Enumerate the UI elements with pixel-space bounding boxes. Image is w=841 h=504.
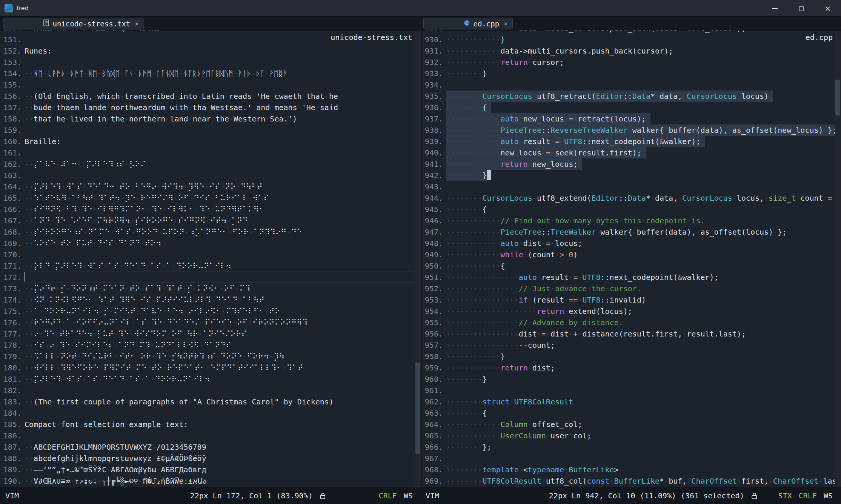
eol-indicator[interactable]: CRLF [379, 491, 397, 500]
left-scrollbar-thumb[interactable] [415, 363, 420, 454]
editor-line[interactable]: 170. [0, 249, 415, 260]
editor-line[interactable]: 954.····················return·extend(lo… [421, 306, 835, 317]
editor-line[interactable]: 177.··⠔·⠹⠑·⠞⠗⠁⠙⠑⠲·⡃⠥⠞·⠹⠑·⠺⠊⠎⠙⠕⠍·⠕⠋·⠳⠗·⠁⠝… [0, 328, 415, 340]
editor-line[interactable]: 186. [0, 430, 415, 441]
tab-close-icon[interactable]: × [504, 20, 507, 28]
editor-line[interactable]: 945.········{ [421, 204, 835, 215]
editor-line[interactable]: 163. [0, 170, 415, 181]
left-scrollbar[interactable] [415, 31, 421, 487]
whitespace-indicator[interactable]: WS [824, 491, 833, 500]
editor-line[interactable]: 168.··⡎⠊⠗⠕⠕⠛⠑⠰⠎·⠝⠁⠍⠑·⠺⠁⠎·⠛⠕⠕⠙·⠥⠏⠕⠝·⠰⡡⠁⠝⠛… [0, 226, 415, 238]
left-editor-pane[interactable]: 150.··እግዜር·የከፈተውን·ጉሮሮ·ሳይዘጋው·አይድርም።151.15… [0, 31, 415, 487]
minimize-button[interactable]: — [762, 0, 788, 17]
stx-indicator[interactable]: STX [778, 491, 792, 500]
editor-line[interactable]: 950.············{ [421, 260, 835, 272]
editor-line[interactable]: 167.··⠁⠝⠙·⠹⠑·⠡⠊⠑⠋·⠍⠳⠗⠝⠻⠲·⡎⠊⠗⠕⠕⠛⠑·⠎⠊⠛⠝⠫·⠊… [0, 215, 415, 226]
editor-line[interactable]: 185.Compact·font·selection·example·text: [0, 419, 415, 430]
editor-line[interactable]: 164.··⡍⠜⠇⠑⠹·⠺⠁⠎·⠙⠑⠁⠙⠒·⠞⠕·⠃⠑⠛⠔·⠺⠊⠹⠲·⡹⠻⠑·⠊… [0, 181, 415, 192]
editor-line[interactable]: 182. [0, 385, 415, 396]
editor-line[interactable]: 941.············return·new_locus; [421, 158, 835, 170]
editor-line[interactable]: 955.················//·Advance·by·distan… [421, 317, 835, 328]
editor-line[interactable]: 962.········struct·UTF8ColResult [421, 396, 835, 407]
editor-line[interactable]: 939.············auto·result·=·UTF8::next… [421, 136, 835, 147]
editor-line[interactable]: 157.··bude·thaem·lande·northweardum·with… [0, 102, 415, 113]
editor-line[interactable]: 155. [0, 79, 415, 91]
editor-line[interactable]: 175.··⠁·⠙⠕⠕⠗⠤⠝⠁⠊⠇⠲·⡊·⠍⠊⠣⠞·⠙⠁⠧⠑·⠃⠑⠲·⠔⠊⠇⠔⠫… [0, 306, 415, 317]
editor-line[interactable]: 961. [421, 385, 835, 396]
editor-line[interactable]: 190.··∀∂∈ℝ∧∪≡∞·↑↗↨↻⇣·┐┼╔╘░►☺♀·ﬁ�⑀₂ἠḂӥẄɐː… [0, 475, 415, 487]
title-bar[interactable]: fred — □ × [0, 0, 841, 17]
editor-line[interactable]: 968.········template·<typename·BufferLik… [421, 464, 835, 475]
editor-line[interactable]: 179.··⠩⠁⠇⠇·⠝⠕⠞·⠙⠊⠌⠥⠗⠃·⠊⠞⠂·⠕⠗·⠹⠑·⡊⠳⠝⠞⠗⠹⠰⠎… [0, 351, 415, 362]
editor-line[interactable]: 952.················//·Just·advance·the·… [421, 283, 835, 294]
editor-line[interactable]: 953.················if·(result·==·UTF8::… [421, 294, 835, 306]
editor-line[interactable]: 178.··⠊⠎·⠔·⠹⠑·⠎⠊⠍⠊⠇⠑⠆·⠁⠝⠙·⠍⠹·⠥⠝⠙⠁⠇⠇⠪⠫·⠙⠁… [0, 340, 415, 351]
editor-line[interactable]: 969.········UTF8ColResult·utf8_col(const… [421, 475, 835, 487]
editor-line[interactable]: 965.············UserColumn·user_col; [421, 430, 835, 441]
editor-line[interactable]: 171.··⡕⠇⠙·⡍⠜⠇⠑⠹·⠺⠁⠎·⠁⠎·⠙⠑⠁⠙·⠁⠎·⠁·⠙⠕⠕⠗⠤⠝⠁… [0, 260, 415, 272]
editor-line[interactable]: 943. [421, 181, 835, 192]
editor-line[interactable]: 951.················auto·result·=·UTF8::… [421, 272, 835, 283]
editor-line[interactable]: 173.··⡍⠔⠙⠖·⡊·⠙⠕⠝⠰⠞·⠍⠑⠁⠝·⠞⠕·⠎⠁⠹·⠹⠁⠞·⡊·⠅⠝⠪… [0, 283, 415, 294]
editor-line[interactable]: 184. [0, 407, 415, 419]
editor-line[interactable]: 181.··⡍⠜⠇⠑⠹·⠺⠁⠎·⠁⠎·⠙⠑⠁⠙·⠁⠎·⠁·⠙⠕⠕⠗⠤⠝⠁⠊⠇⠲ [0, 373, 415, 385]
editor-line[interactable]: 933.········} [421, 68, 835, 79]
editor-line[interactable]: 158.··that·he·lived·in·the·northern·land… [0, 113, 415, 124]
editor-line[interactable]: 938.············PieceTree::ReverseTreeWa… [421, 124, 835, 136]
right-scrollbar-thumb[interactable] [835, 80, 840, 115]
tab-ed-cpp[interactable]: C ed.cpp × [423, 18, 513, 29]
editor-line[interactable]: 963.········{ [421, 407, 835, 419]
tab-close-icon[interactable]: × [135, 20, 138, 28]
editor-line[interactable]: 934. [421, 79, 835, 91]
editor-line[interactable]: 940.············new_locus·=·seek(result.… [421, 147, 835, 158]
editor-line[interactable]: 161. [0, 147, 415, 158]
tab-unicode-stress-txt[interactable]: unicode-stress.txt × [3, 18, 144, 29]
close-button[interactable]: × [815, 0, 841, 17]
editor-line[interactable]: 183.··(The·first·couple·of·paragraphs·of… [0, 396, 415, 407]
editor-line[interactable]: 180.··⠺⠊⠇⠇·⠹⠻⠑⠋⠕⠗⠑·⠏⠻⠍⠊⠞·⠍⠑·⠞⠕·⠗⠑⠏⠑⠁⠞⠂·⠑… [0, 362, 415, 373]
editor-line[interactable]: 957.················--count; [421, 340, 835, 351]
editor-line[interactable]: 946.············//·Find·out·how·many·byt… [421, 215, 835, 226]
editor-line[interactable]: 949.············while·(count·>·0) [421, 249, 835, 260]
editor-line[interactable]: 176.··⠗⠑⠛⠜⠙·⠁·⠊⠕⠋⠋⠔⠤⠝⠁⠊⠇·⠁⠎·⠹⠑·⠙⠑⠁⠙⠑⠌·⠏⠊… [0, 317, 415, 328]
editor-line[interactable]: 967. [421, 453, 835, 464]
maximize-button[interactable]: □ [788, 0, 815, 17]
editor-line[interactable]: 959.············return·dist; [421, 362, 835, 373]
editor-line[interactable]: 932.············return·cursor; [421, 57, 835, 68]
editor-line[interactable]: 958.············} [421, 351, 835, 362]
editor-line[interactable]: 153. [0, 57, 415, 68]
editor-line[interactable]: 942.········} [421, 170, 835, 181]
editor-line[interactable]: 154.··ᚻᛖ·ᚳᚹᚫᚦ·ᚦᚫᛏ·ᚻᛖ·ᛒᚢᛞᛖ·ᚩᚾ·ᚦᚫᛗ·ᛚᚪᚾᛞᛖ·ᚾ… [0, 68, 415, 79]
editor-line[interactable]: 948.············auto·dist·=·locus; [421, 238, 835, 249]
editor-line[interactable]: 187.··ABCDEFGHIJKLMNOPQRSTUVWXYZ·/012345… [0, 441, 415, 453]
editor-line[interactable]: 159. [0, 124, 415, 136]
editor-line[interactable]: 947.············PieceTree::TreeWalker·wa… [421, 226, 835, 238]
editor-line[interactable]: 929.················data->multi_cursors.… [421, 31, 835, 34]
editor-line[interactable]: 165.··⠱⠁⠞⠑⠧⠻·⠁⠃⠳⠞·⠹⠁⠞⠲·⡹⠑·⠗⠑⠛⠊⠌⠻·⠕⠋·⠙⠊⠎·… [0, 192, 415, 204]
right-scrollbar[interactable] [835, 31, 841, 487]
editor-line[interactable]: 930.············} [421, 34, 835, 45]
editor-line[interactable]: 960.········} [421, 373, 835, 385]
editor-line[interactable]: 160.Braille: [0, 136, 415, 147]
editor-line[interactable]: 174.··⠪⠝·⠅⠝⠪⠇⠫⠛⠑⠂·⠱⠁⠞·⠹⠻⠑·⠊⠎·⠏⠜⠞⠊⠊⠥⠇⠜⠇⠹·… [0, 294, 415, 306]
editor-line[interactable]: 162.··⡌⠁⠧⠑·⠼⠁⠒··⡍⠜⠇⠑⠹⠰⠎·⡣⠕⠌ [0, 158, 415, 170]
right-editor-pane[interactable]: 929.················data->multi_cursors.… [421, 31, 835, 487]
editor-line[interactable]: 935.········CursorLocus·utf8_retract(Edi… [421, 91, 835, 102]
editor-line[interactable]: 931.············data->multi_cursors.push… [421, 45, 835, 57]
unlocked-icon[interactable] [320, 492, 326, 499]
editor-line[interactable]: 156.··(Old·English,·which·transcribed·in… [0, 91, 415, 102]
editor-line[interactable]: 964.············Column·offset_col; [421, 419, 835, 430]
editor-line[interactable]: 944.········CursorLocus·utf8_extend(Edit… [421, 192, 835, 204]
whitespace-indicator[interactable]: WS [404, 491, 413, 500]
editor-line[interactable]: 937.············auto·new_locus·=·retract… [421, 113, 835, 124]
editor-line[interactable]: 189.··–—‘“”„†•…‰™œŠŸž€·ΑΒΓΔΩαβγδω·АБВГДа… [0, 464, 415, 475]
editor-line[interactable]: 936.········{ [421, 102, 835, 113]
unlocked-icon[interactable] [751, 492, 758, 499]
editor-line[interactable]: 966.········}; [421, 441, 835, 453]
editor-line[interactable]: 166.··⠎⠊⠛⠝⠫·⠃⠹·⠹⠑·⠊⠇⠻⠛⠹⠍⠁⠝⠂·⠹⠑·⠊⠇⠻⠅⠂·⠹⠑·… [0, 204, 415, 215]
editor-line[interactable]: 169.··⠡⠕⠎⠑·⠞⠕·⠏⠥⠞·⠙⠊⠎·⠙⠁⠝⠙·⠞⠕⠲ [0, 238, 415, 249]
editor-line[interactable]: 172. [0, 272, 415, 283]
eol-indicator[interactable]: CRLF [799, 491, 817, 500]
editor-line[interactable]: 956.················dist·=·dist·+·distan… [421, 328, 835, 340]
editor-line[interactable]: 152.Runes: [0, 45, 415, 57]
